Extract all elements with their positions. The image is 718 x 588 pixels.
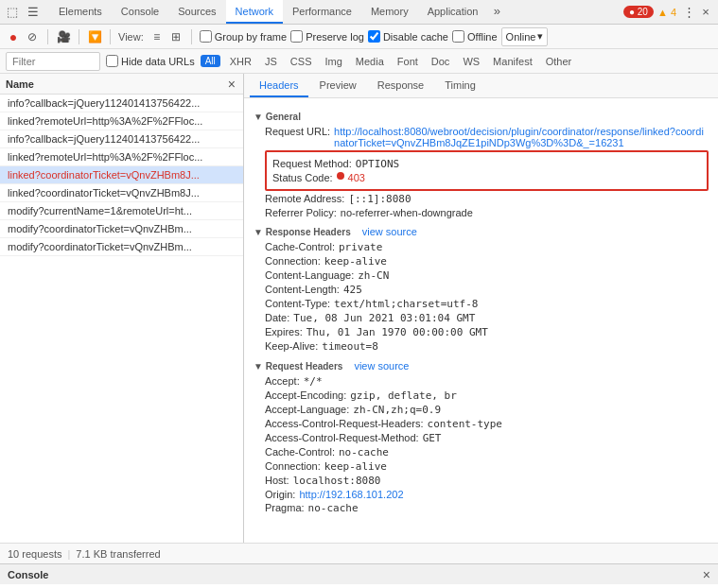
filter-input[interactable] — [6, 52, 100, 71]
request-url-value[interactable]: http://localhost:8080/webroot/decision/p… — [334, 126, 709, 148]
request-item-5[interactable]: linked?coordinatorTicket=vQnvZHBm8J... — [0, 184, 243, 202]
toolbar-separator-3 — [110, 29, 111, 44]
tab-headers[interactable]: Headers — [250, 74, 308, 97]
close-devtools-btn[interactable]: × — [697, 4, 714, 21]
transferred-text: 7.1 KB transferred — [76, 548, 160, 560]
req-host-key: Host: — [265, 475, 289, 487]
request-item-8[interactable]: modify?coordinatorTicket=vQnvZHBm... — [0, 238, 243, 256]
req-acr-method-row: Access-Control-Request-Method: GET — [265, 432, 709, 444]
grid-view-icon[interactable]: ⊞ — [168, 29, 184, 44]
request-headers-view-source[interactable]: view source — [354, 360, 409, 372]
tab-elements[interactable]: Elements — [49, 0, 112, 24]
req-origin-val[interactable]: http://192.168.101.202 — [299, 489, 403, 500]
req-acr-headers-key: Access-Control-Request-Headers: — [265, 418, 424, 430]
request-item-6[interactable]: modify?currentName=1&remoteUrl=ht... — [0, 202, 243, 220]
filter-icon[interactable]: 🔽 — [87, 29, 102, 44]
preserve-log-checkbox[interactable] — [290, 30, 303, 43]
req-accept-encoding-key: Accept-Encoding: — [265, 389, 346, 402]
response-headers-toggle[interactable]: ▼ Response Headers — [254, 227, 351, 237]
list-view-icon[interactable]: ≡ — [149, 29, 165, 44]
offline-checkbox[interactable] — [452, 30, 464, 43]
disable-cache-checkbox[interactable] — [368, 30, 380, 43]
resp-content-type-val: text/html;charset=utf-8 — [334, 298, 478, 310]
req-accept-encoding-val: gzip, deflate, br — [350, 389, 457, 402]
tab-performance[interactable]: Performance — [283, 0, 361, 24]
throttle-dropdown[interactable]: Online ▾ — [501, 27, 549, 46]
resp-connection-val: keep-alive — [324, 255, 387, 268]
console-close-btn[interactable]: × — [703, 567, 710, 582]
filter-row: Hide data URLs All XHR JS CSS Img Media … — [0, 49, 718, 74]
filter-type-other[interactable]: Other — [542, 54, 576, 69]
request-item-7[interactable]: modify?coordinatorTicket=vQnvZHBm... — [0, 220, 243, 238]
request-item-4[interactable]: linked?coordinatorTicket=vQnvZHBm8J... — [0, 166, 243, 184]
request-item-0[interactable]: info?callback=jQuery112401413756422... — [0, 95, 243, 112]
tab-sources[interactable]: Sources — [168, 0, 225, 24]
resp-connection-row: Connection: keep-alive — [265, 255, 709, 268]
referrer-policy-key: Referrer Policy: — [265, 207, 337, 218]
filter-type-js[interactable]: JS — [261, 54, 281, 69]
error-count-badge: ● 20 — [623, 6, 654, 18]
record-button[interactable]: ● — [6, 29, 21, 44]
tab-console[interactable]: Console — [112, 0, 168, 24]
console-bar: Console × — [0, 563, 718, 584]
status-code-value: 403 — [348, 172, 365, 183]
tab-network[interactable]: Network — [226, 0, 283, 24]
hide-data-urls-label: Hide data URLs — [106, 55, 195, 67]
resp-content-language-key: Content-Language: — [265, 269, 354, 282]
request-count-text: 10 requests — [8, 548, 61, 560]
device-icon[interactable]: ☰ — [25, 4, 42, 21]
status-code-row: Status Code: 403 — [272, 172, 701, 183]
tab-preview[interactable]: Preview — [310, 74, 366, 97]
remote-address-key: Remote Address: — [265, 193, 344, 205]
req-accept-language-row: Accept-Language: zh-CN,zh;q=0.9 — [265, 404, 709, 416]
response-headers-section-header[interactable]: ▼ Response Headers view source — [254, 226, 709, 237]
view-label: View: — [118, 31, 144, 43]
main-split: Name × info?callback=jQuery1124014137564… — [0, 74, 718, 543]
group-by-frame-label: Group by frame — [200, 30, 287, 43]
tab-memory[interactable]: Memory — [361, 0, 418, 24]
request-headers-toggle[interactable]: ▼ Request Headers — [254, 361, 342, 372]
requests-list: info?callback=jQuery112401413756422... l… — [0, 95, 243, 543]
request-item-2[interactable]: info?callback=jQuery112401413756422... — [0, 130, 243, 148]
request-item-1[interactable]: linked?remoteUrl=http%3A%2F%2FFloc... — [0, 112, 243, 130]
resp-content-length-key: Content-Length: — [265, 284, 340, 296]
toolbar-separator-4 — [191, 29, 192, 44]
request-item-3[interactable]: linked?remoteUrl=http%3A%2F%2FFloc... — [0, 148, 243, 166]
resp-keep-alive-val: timeout=8 — [322, 340, 378, 353]
filter-type-css[interactable]: CSS — [287, 54, 316, 69]
tab-application[interactable]: Application — [418, 0, 488, 24]
resp-date-key: Date: — [265, 312, 289, 324]
group-by-frame-checkbox[interactable] — [200, 30, 212, 43]
req-acr-method-key: Access-Control-Request-Method: — [265, 432, 419, 444]
filter-type-doc[interactable]: Doc — [428, 54, 454, 69]
response-headers-view-source[interactable]: view source — [362, 226, 417, 237]
general-section-toggle[interactable]: ▼ General — [254, 112, 301, 122]
filter-type-manifest[interactable]: Manifest — [489, 54, 536, 69]
all-filter-badge[interactable]: All — [201, 55, 220, 67]
devtools-icons: ⬚ ☰ — [4, 4, 42, 21]
filter-type-media[interactable]: Media — [352, 54, 388, 69]
req-connection-key: Connection: — [265, 460, 321, 473]
resp-content-type-row: Content-Type: text/html;charset=utf-8 — [265, 298, 709, 310]
tab-response[interactable]: Response — [368, 74, 434, 97]
hide-data-urls-checkbox[interactable] — [106, 55, 118, 67]
resp-keep-alive-row: Keep-Alive: timeout=8 — [265, 340, 709, 353]
settings-icon[interactable]: ⋮ — [680, 4, 697, 21]
filter-type-xhr[interactable]: XHR — [226, 54, 255, 69]
filter-type-font[interactable]: Font — [394, 54, 422, 69]
tab-timing[interactable]: Timing — [435, 74, 485, 97]
filter-type-ws[interactable]: WS — [459, 54, 483, 69]
request-headers-section-header[interactable]: ▼ Request Headers view source — [254, 360, 709, 372]
camera-icon[interactable]: 🎥 — [56, 29, 71, 44]
inspect-icon[interactable]: ⬚ — [4, 4, 21, 21]
stop-button[interactable]: ⊘ — [25, 29, 40, 44]
highlight-box: Request Method: OPTIONS Status Code: 403 — [265, 150, 709, 191]
filter-type-img[interactable]: Img — [321, 54, 345, 69]
toolbar-separator-2 — [79, 29, 79, 44]
more-tabs-btn[interactable]: » — [487, 4, 506, 21]
general-section-header[interactable]: ▼ General — [254, 112, 709, 122]
resp-expires-val: Thu, 01 Jan 1970 00:00:00 GMT — [306, 326, 488, 338]
status-dot-icon — [337, 172, 344, 180]
status-code-key: Status Code: — [272, 172, 333, 183]
close-panel-btn[interactable]: × — [226, 77, 237, 92]
